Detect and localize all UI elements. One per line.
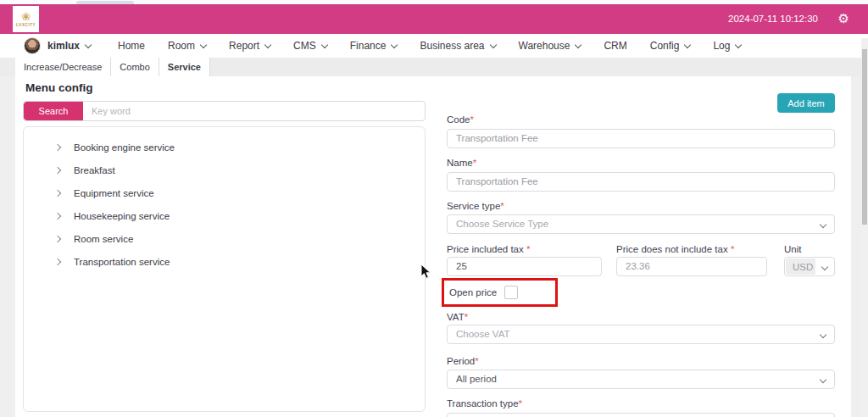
chevron-down-icon (200, 41, 207, 47)
chevron-down-icon (321, 41, 328, 47)
content-card: Menu config Search Key word Booking engi… (15, 76, 851, 417)
chevron-down-icon (820, 221, 826, 228)
page-title: Menu config (25, 81, 93, 94)
required-asterisk: * (475, 356, 478, 366)
code-input[interactable]: Transportation Fee (447, 129, 835, 148)
tab-service[interactable]: Service (159, 58, 210, 76)
nav-item-warehouse[interactable]: Warehouse (519, 40, 581, 52)
service-tree: Booking engine service Breakfast Equipme… (23, 126, 426, 412)
tab-combo[interactable]: Combo (111, 58, 159, 76)
required-asterisk: * (470, 114, 474, 125)
flower-icon: ❀ (21, 11, 31, 22)
tree-item-equipment-service[interactable]: Equipment service (24, 181, 425, 204)
chevron-down-icon (489, 41, 496, 47)
chevron-down-icon (684, 41, 691, 47)
nav-item-cms[interactable]: CMS (293, 40, 327, 52)
tree-item-transportation-service[interactable]: Transportation service (24, 250, 425, 273)
tab-increase-decrease[interactable]: Increase/Decrease (15, 58, 111, 76)
nav-item-room[interactable]: Room (168, 40, 206, 52)
vertical-scrollbar[interactable] (861, 38, 868, 417)
nav-item-finance[interactable]: Finance (350, 40, 398, 52)
chevron-right-icon[interactable] (54, 166, 61, 173)
chevron-down-icon (820, 331, 826, 338)
nav-items: Home Room Report CMS Finance Business ar… (118, 40, 741, 52)
vat-label: VAT* (447, 312, 468, 322)
unit-label: Unit (784, 244, 801, 254)
unit-select[interactable]: USD (784, 257, 835, 276)
period-select[interactable]: All period (447, 370, 835, 389)
chevron-down-icon (735, 41, 742, 47)
chevron-right-icon[interactable] (54, 143, 61, 150)
chevron-down-icon (391, 41, 398, 47)
price-included-tax-label: Price included tax * (447, 244, 530, 254)
chevron-right-icon[interactable] (54, 235, 61, 242)
mouse-cursor (420, 264, 432, 281)
required-asterisk: * (519, 398, 522, 409)
search-input[interactable]: Key word (83, 102, 425, 120)
required-asterisk: * (731, 244, 734, 254)
tree-item-booking-engine-service[interactable]: Booking engine service (24, 136, 425, 158)
gear-icon[interactable]: ⚙ (838, 11, 849, 26)
tree-item-breakfast[interactable]: Breakfast (24, 158, 425, 181)
vat-select[interactable]: Choose VAT (447, 325, 835, 344)
chevron-down-icon (85, 41, 92, 47)
nav-item-crm[interactable]: CRM (604, 40, 626, 52)
required-asterisk: * (473, 158, 476, 168)
datetime-display: 2024-07-11 10:12:30 (728, 14, 818, 24)
code-label: Code* (447, 114, 474, 125)
app-topbar: ❀ LUXCITY 2024-07-11 10:12:30 ⚙ (0, 4, 868, 34)
search-bar: Search Key word (23, 101, 426, 121)
user-name-label: kimlux (47, 40, 80, 52)
item-form: Add item Code* Transportation Fee Name* … (447, 76, 835, 417)
luxcity-logo[interactable]: ❀ LUXCITY (13, 6, 39, 32)
price-included-tax-input[interactable]: 25 (447, 257, 602, 276)
red-highlight-annotation (442, 278, 558, 307)
required-asterisk: * (526, 244, 530, 254)
transaction-type-label: Transaction type* (447, 398, 522, 409)
service-type-label: Service type* (447, 201, 504, 211)
required-asterisk: * (465, 312, 468, 322)
required-asterisk: * (500, 201, 504, 211)
logo-text: LUXCITY (16, 23, 36, 27)
chevron-down-icon (821, 264, 828, 270)
chevron-down-icon (820, 376, 826, 383)
add-item-button[interactable]: Add item (777, 93, 835, 113)
price-excluded-tax-input[interactable]: 23.36 (616, 257, 767, 276)
chevron-right-icon[interactable] (54, 212, 61, 219)
main-navbar: kimlux Home Room Report CMS Finance Busi… (0, 34, 868, 58)
nav-item-report[interactable]: Report (229, 40, 270, 52)
scrollbar-thumb[interactable] (862, 49, 867, 225)
chevron-down-icon (264, 41, 271, 47)
name-input[interactable]: Transportation Fee (447, 172, 835, 192)
tree-item-room-service[interactable]: Room service (24, 227, 425, 250)
service-type-select[interactable]: Choose Service Type (447, 214, 835, 234)
tree-item-housekeeping-service[interactable]: Housekeeping service (24, 204, 425, 227)
nav-item-log[interactable]: Log (713, 40, 741, 52)
search-button[interactable]: Search (24, 102, 83, 120)
user-menu[interactable]: kimlux (47, 40, 91, 52)
name-label: Name* (447, 158, 476, 168)
price-excluded-tax-label: Price does not include tax * (616, 244, 734, 254)
chevron-down-icon (575, 41, 581, 47)
avatar[interactable] (24, 37, 41, 54)
period-label: Period* (447, 356, 479, 366)
chevron-right-icon[interactable] (54, 189, 61, 196)
sub-tabstrip: Increase/Decrease Combo Service (0, 58, 868, 76)
chevron-right-icon[interactable] (54, 258, 61, 264)
nav-item-config[interactable]: Config (650, 40, 691, 52)
transaction-type-select[interactable] (447, 413, 835, 417)
nav-item-home[interactable]: Home (118, 40, 145, 52)
nav-item-business-area[interactable]: Business area (420, 40, 495, 52)
